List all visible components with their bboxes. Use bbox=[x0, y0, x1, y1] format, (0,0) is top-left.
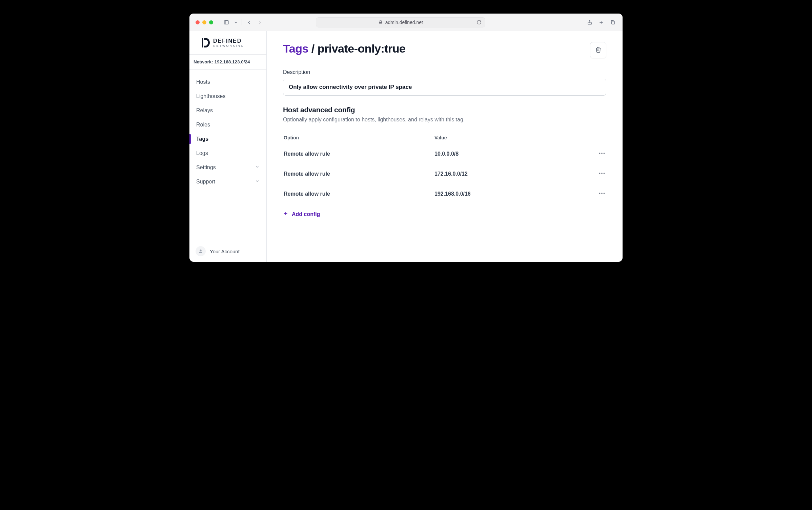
share-icon[interactable] bbox=[586, 19, 593, 26]
address-bar-url: admin.defined.net bbox=[385, 20, 423, 25]
col-option-header: Option bbox=[284, 135, 434, 140]
config-row-option: Remote allow rule bbox=[284, 191, 434, 197]
trash-icon bbox=[595, 46, 602, 54]
main-content: Tags / private-only:true Description Hos… bbox=[267, 31, 623, 262]
reload-icon[interactable] bbox=[476, 20, 482, 25]
description-section: Description bbox=[283, 69, 606, 96]
toolbar-separator bbox=[242, 19, 242, 25]
toolbar-right-group bbox=[586, 19, 616, 26]
logo-mark bbox=[200, 37, 210, 48]
svg-rect-5 bbox=[612, 21, 615, 24]
add-config-label: Add config bbox=[292, 211, 320, 217]
chevron-down-icon[interactable] bbox=[234, 19, 238, 26]
plus-icon bbox=[283, 211, 288, 218]
sidebar-item-label: Settings bbox=[196, 164, 216, 171]
col-value-header: Value bbox=[434, 135, 585, 140]
sidebar-item-label: Support bbox=[196, 179, 215, 185]
sidebar-item-lighthouses[interactable]: Lighthouses bbox=[189, 89, 266, 103]
config-row: Remote allow rule10.0.0.0/8 bbox=[283, 144, 606, 164]
row-actions-button[interactable] bbox=[585, 170, 606, 178]
config-table: Option Value Remote allow rule10.0.0.0/8… bbox=[283, 132, 606, 204]
config-row-value: 192.168.0.0/16 bbox=[434, 191, 585, 197]
page-header: Tags / private-only:true bbox=[283, 42, 606, 58]
sidebar-nav: HostsLighthousesRelaysRolesTagsLogsSetti… bbox=[189, 70, 266, 241]
sidebar-item-label: Lighthouses bbox=[196, 93, 225, 99]
sidebar-item-hosts[interactable]: Hosts bbox=[189, 75, 266, 89]
delete-button[interactable] bbox=[590, 42, 606, 58]
browser-titlebar: admin.defined.net bbox=[189, 14, 623, 31]
logo-line2: NETWORKING bbox=[213, 44, 244, 47]
toolbar-left-group bbox=[223, 19, 264, 26]
svg-point-14 bbox=[601, 193, 603, 194]
config-row-value: 10.0.0.0/8 bbox=[434, 151, 585, 157]
window-minimize-button[interactable] bbox=[202, 20, 206, 24]
app-body: DEFINED NETWORKING Network: 192.168.123.… bbox=[189, 31, 623, 262]
tabs-overview-icon[interactable] bbox=[609, 19, 616, 26]
network-indicator: Network: 192.168.123.0/24 bbox=[189, 55, 266, 70]
row-actions-button[interactable] bbox=[585, 150, 606, 158]
chevron-down-icon bbox=[255, 164, 260, 171]
logo-line1: DEFINED bbox=[213, 38, 244, 44]
sidebar-item-support[interactable]: Support bbox=[189, 175, 266, 189]
logo: DEFINED NETWORKING bbox=[189, 31, 266, 55]
chevron-down-icon bbox=[255, 179, 260, 185]
breadcrumb-current: private-only:true bbox=[318, 42, 406, 55]
window-close-button[interactable] bbox=[196, 20, 200, 24]
config-row: Remote allow rule172.16.0.0/12 bbox=[283, 164, 606, 184]
config-row-option: Remote allow rule bbox=[284, 151, 434, 157]
svg-point-15 bbox=[604, 193, 605, 194]
svg-point-11 bbox=[601, 173, 603, 174]
avatar-icon bbox=[196, 246, 206, 256]
more-horizontal-icon bbox=[598, 190, 606, 198]
forward-button[interactable] bbox=[256, 19, 264, 26]
add-config-button[interactable]: Add config bbox=[283, 211, 606, 218]
svg-rect-0 bbox=[224, 20, 228, 24]
config-row-value: 172.16.0.0/12 bbox=[434, 171, 585, 177]
svg-point-7 bbox=[599, 153, 601, 154]
sidebar-item-label: Hosts bbox=[196, 79, 210, 85]
sidebar-toggle-icon[interactable] bbox=[223, 19, 230, 26]
back-button[interactable] bbox=[245, 19, 253, 26]
traffic-lights bbox=[196, 20, 213, 24]
sidebar-item-label: Roles bbox=[196, 122, 210, 128]
description-label: Description bbox=[283, 69, 606, 75]
sidebar-item-tags[interactable]: Tags bbox=[189, 132, 266, 146]
sidebar-item-relays[interactable]: Relays bbox=[189, 103, 266, 118]
svg-point-10 bbox=[599, 173, 601, 174]
more-horizontal-icon bbox=[598, 170, 606, 178]
lock-icon bbox=[379, 20, 383, 25]
sidebar-item-label: Logs bbox=[196, 150, 208, 156]
browser-window: admin.defined.net bbox=[189, 14, 623, 262]
more-horizontal-icon bbox=[598, 150, 606, 158]
breadcrumb-root[interactable]: Tags bbox=[283, 42, 308, 55]
sidebar-item-roles[interactable]: Roles bbox=[189, 118, 266, 132]
sidebar: DEFINED NETWORKING Network: 192.168.123.… bbox=[189, 31, 267, 262]
window-zoom-button[interactable] bbox=[209, 20, 213, 24]
sidebar-item-label: Relays bbox=[196, 107, 213, 114]
account-label: Your Account bbox=[210, 249, 240, 254]
sidebar-item-logs[interactable]: Logs bbox=[189, 146, 266, 160]
svg-point-12 bbox=[604, 173, 605, 174]
logo-text: DEFINED NETWORKING bbox=[213, 38, 244, 47]
address-bar[interactable]: admin.defined.net bbox=[316, 17, 485, 27]
svg-point-9 bbox=[604, 153, 605, 154]
config-row: Remote allow rule192.168.0.0/16 bbox=[283, 184, 606, 204]
description-input[interactable] bbox=[283, 79, 606, 96]
sidebar-item-settings[interactable]: Settings bbox=[189, 160, 266, 175]
account-link[interactable]: Your Account bbox=[189, 241, 266, 262]
config-row-option: Remote allow rule bbox=[284, 171, 434, 177]
breadcrumb-separator: / bbox=[308, 42, 318, 55]
sidebar-item-label: Tags bbox=[196, 136, 208, 142]
row-actions-button[interactable] bbox=[585, 190, 606, 198]
svg-point-13 bbox=[599, 193, 601, 194]
breadcrumb: Tags / private-only:true bbox=[283, 42, 405, 55]
advanced-config-subtext: Optionally apply configuration to hosts,… bbox=[283, 117, 606, 123]
advanced-config-heading: Host advanced config bbox=[283, 106, 606, 114]
new-tab-icon[interactable] bbox=[597, 19, 605, 26]
config-table-header: Option Value bbox=[283, 132, 606, 144]
svg-point-6 bbox=[200, 250, 201, 251]
svg-point-8 bbox=[601, 153, 603, 154]
